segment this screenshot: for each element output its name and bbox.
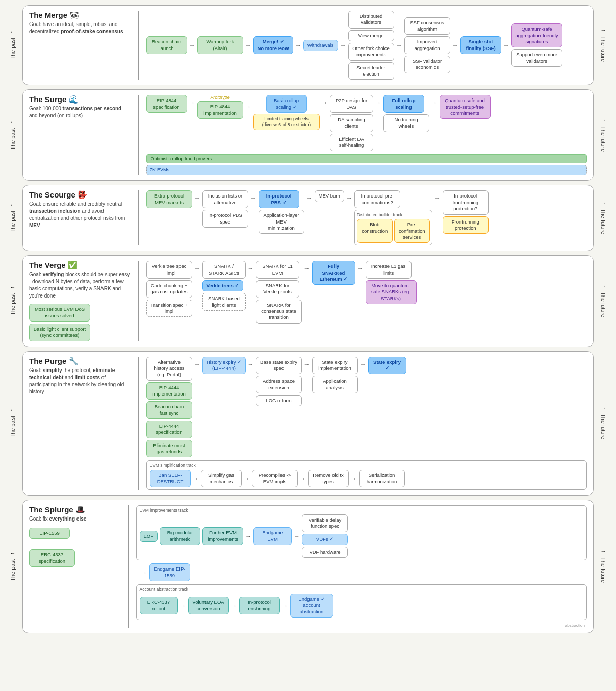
secret-leader-node: Secret leader election: [348, 62, 394, 80]
aaarr3: →: [282, 602, 288, 609]
scarr3: →: [306, 194, 313, 202]
acct-abs-flow: ERC-4337 rollout → Voluntary EOA convers…: [140, 594, 584, 618]
vdf-hardware-node: VDF hardware: [302, 547, 348, 558]
scourge-past-arrow: ← The past: [5, 202, 20, 235]
slarr2: →: [294, 533, 300, 540]
right-arrow-icon: →: [601, 27, 606, 33]
surge-past-label: The past: [8, 126, 18, 152]
ssf-validator-node: SSF validator economics: [404, 56, 450, 73]
scourge-future-col: In-protocol pre-confirmations? Distribut…: [354, 190, 432, 245]
support-more-node: Support even more validators: [511, 49, 562, 67]
scourge-pbs-col: In-protocol PBS ✓ Application-layer MEV …: [259, 190, 304, 234]
eip4444-spec-node: EIP-4444 specification: [146, 421, 192, 438]
merge-node: Merge! ✓ No more PoW: [253, 36, 293, 54]
quantum-safe-snarks-node: Move to quantum-safe SNARKs (eg. STARKs): [366, 280, 417, 304]
p2p-das-node: P2P design for DAS: [330, 95, 373, 113]
scourge-title: The Scourge 👺: [29, 190, 131, 200]
big-modular-node: Big modular arithmetic: [160, 527, 200, 545]
da-sampling-node: DA sampling clients: [330, 114, 373, 132]
vdf-spec-node: Verifiable delay function spec: [302, 514, 348, 532]
history-expiry-node: History expiry ✓ (EIP-4444): [202, 357, 246, 375]
scourge-left-arrow: ←: [10, 202, 16, 208]
snark-verkle-node: SNARK for Verkle proofs: [256, 280, 299, 298]
merge-future-arrow: → The future: [596, 27, 611, 64]
scourge-past-label: The past: [8, 209, 18, 235]
splurge-right-arrow: →: [601, 548, 606, 554]
sarr5: →: [431, 99, 438, 106]
code-chunking-node: Code chunking + gas cost updates: [146, 280, 192, 298]
simplify-gas-node: Simplify gas mechanics: [201, 470, 242, 487]
further-evm-node: Further EVM improvements: [202, 527, 243, 545]
surge-bars: Optimistic rollup fraud provers ZK-EVMs: [146, 154, 587, 175]
varr2: →: [248, 265, 254, 272]
splurge-future-arrow: → The future: [596, 548, 611, 585]
scourge-right-arrow: →: [601, 200, 606, 206]
withdrawals-node: Withdrawals: [303, 40, 338, 51]
scourge-goal: Goal: ensure reliable and credibly neutr…: [29, 201, 131, 229]
extra-protocol-node: Extra-protocol MEV markets: [146, 190, 192, 208]
parr2: →: [248, 361, 254, 368]
inclusion-lists-node: Inclusion lists or alternative: [202, 190, 248, 208]
arr1: →: [189, 42, 195, 49]
scarr4: →: [346, 194, 352, 202]
purge-impl-col: State expiry implementation Application …: [312, 357, 358, 393]
varr1: →: [194, 265, 200, 272]
earr3: →: [300, 475, 306, 482]
purge-goal: Goal: simplify the protocol, eliminate t…: [29, 367, 131, 396]
beacon-chain-node: Beacon chain launch: [146, 36, 187, 54]
improved-agg-node: Improved aggregation: [404, 36, 450, 54]
ban-selfdestruct-node: Ban SELF-DESTRUCT: [150, 470, 191, 487]
verge-future-col: Increase L1 gas limits Move to quantum-s…: [366, 261, 417, 304]
purge-content: Alternative history access (eg. Portal) …: [146, 357, 587, 490]
splurge-past-label: The past: [8, 557, 18, 583]
merge-warmup: Warmup fork (Altair): [197, 36, 243, 54]
surge-top-row: EIP-4844 specification → Prototype EIP-4…: [146, 95, 587, 151]
scourge-inc-col: Inclusion lists or alternative In-protoc…: [202, 190, 248, 227]
verge-future-label: The future: [598, 290, 608, 319]
in-protocol-pbs-node: In-protocol PBS ✓: [259, 190, 299, 208]
eip4844-impl-node: EIP-4844 implementation: [197, 101, 243, 119]
eliminate-gas-node: Eliminate most gas refunds: [146, 440, 192, 458]
evm-improvements-track: EVM improvements track EOF Big modular a…: [136, 505, 587, 560]
purge-left: The Purge 🔧 Goal: simplify the protocol,…: [29, 357, 131, 400]
surge-row: ← The past The Surge 🌊 Goal: 100,000 tra…: [5, 89, 611, 181]
merge-past-label: The past: [8, 36, 18, 62]
snark-based-node: SNARK-based light clients: [202, 293, 246, 311]
splurge-content: EVM improvements track EOF Big modular a…: [136, 505, 587, 628]
verge-future-arrow: → The future: [596, 283, 611, 319]
sarr1: →: [189, 99, 195, 106]
aaarr1: →: [180, 602, 186, 609]
precompiles-node: Precompiles -> EVM impls: [252, 470, 298, 487]
fully-snarked-node: Fully SNARKed Ethereum ✓: [312, 261, 355, 285]
arr2: →: [245, 42, 251, 49]
verge-divider: [138, 261, 139, 341]
single-slot-node: Single slot finality (SSF): [460, 36, 501, 54]
alt-history-node: Alternative history access (eg. Portal): [146, 357, 192, 381]
distributed-val-node: Distributed validators: [348, 11, 394, 29]
efficient-da-node: Efficient DA self-healing: [330, 134, 373, 152]
erc4337-rollout-node: ERC-4337 rollout: [140, 597, 178, 614]
application-analysis-node: Application analysis: [312, 376, 358, 393]
merge-title: The Merge 🐼: [29, 11, 131, 20]
verge-section: The Verge ✅ Goal: verifying blocks shoul…: [22, 255, 594, 347]
scourge-content: Extra-protocol MEV markets → Inclusion l…: [146, 190, 587, 245]
purge-state-col: Base state expiry spec Address space ext…: [256, 357, 302, 407]
purge-right-arrow: →: [601, 405, 606, 411]
sarr2: →: [245, 103, 251, 110]
scourge-divider: [138, 190, 139, 245]
surge-das-col: P2P design for DAS DA sampling clients E…: [330, 95, 373, 151]
surge-full-col: Full rollup scaling No training wheels: [383, 95, 429, 132]
erc4337-spec-node: ERC-4337 specification: [29, 549, 75, 567]
main-container: ← The past The Merge 🐼 Goal: have an ide…: [0, 0, 616, 638]
limited-wheels-node: Limited training wheels (diverse 6-of-8 …: [253, 114, 320, 130]
blob-construction-node: Blob construction: [357, 219, 393, 243]
distributed-builder-box: Distributed builder track Blob construct…: [354, 210, 432, 245]
surge-goal: Goal: 100,000 transactions per second an…: [29, 105, 131, 119]
merge-ssf-col: SSF consensus algorithm Improved aggrega…: [404, 17, 450, 73]
purge-section: The Purge 🔧 Goal: simplify the protocol,…: [22, 351, 594, 496]
merge-left: The Merge 🐼 Goal: have an ideal, simple,…: [29, 11, 131, 39]
purge-left-arrow: ←: [10, 407, 16, 413]
transition-spec-node: Transition spec + impl: [146, 300, 192, 317]
purge-past-label: The past: [8, 414, 18, 440]
merge-flow: Beacon chain launch → Warmup fork (Altai…: [146, 11, 587, 80]
